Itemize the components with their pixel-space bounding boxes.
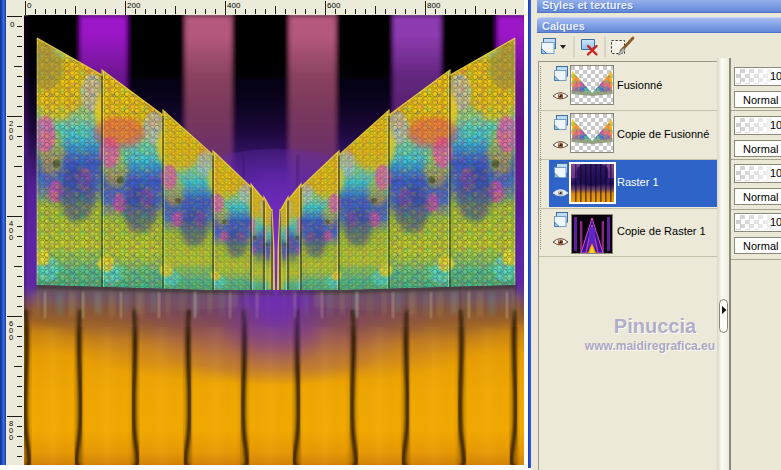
svg-text:0: 0	[27, 1, 32, 10]
svg-text:0: 0	[9, 433, 13, 442]
svg-text:0: 0	[9, 333, 13, 342]
svg-text:800: 800	[427, 1, 441, 10]
svg-text:400: 400	[227, 1, 241, 10]
svg-text:0: 0	[9, 233, 13, 242]
svg-text:600: 600	[327, 1, 341, 10]
svg-text:0: 0	[10, 20, 15, 29]
svg-text:0: 0	[9, 133, 13, 142]
svg-text:200: 200	[127, 1, 141, 10]
